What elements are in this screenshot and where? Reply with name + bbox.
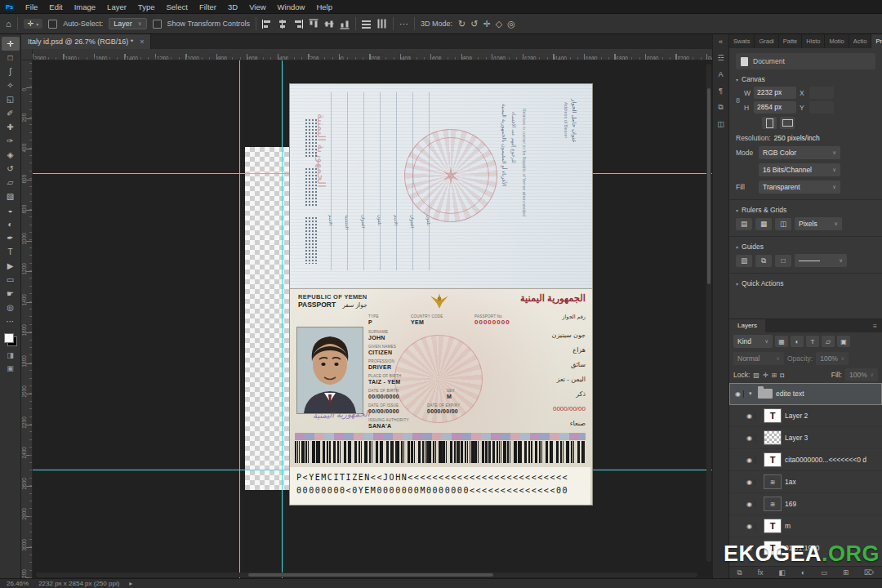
filter-kind-dropdown[interactable]: Kind ∨ [733, 335, 773, 348]
layer-visibility-toggle[interactable]: ◉ [744, 479, 755, 486]
align-left-icon[interactable] [262, 20, 272, 29]
guide-style-dropdown[interactable]: ∨ [795, 254, 847, 267]
layer-effects-icon[interactable]: fx [758, 568, 764, 577]
guides-section-header[interactable]: ▾ Guides [736, 243, 875, 251]
group-expander-icon[interactable]: ▾ [749, 390, 755, 397]
menu-item[interactable]: View [243, 1, 271, 13]
layer-row[interactable]: ◉ T cita0000000...<<<<<<<0 d [729, 449, 882, 471]
gradient-tool[interactable]: ▨ [2, 189, 20, 203]
mode-icon[interactable]: ✛ [483, 19, 491, 29]
home-icon[interactable]: ⌂ [6, 19, 11, 29]
clone-source-panel-icon[interactable]: ⧉ [718, 103, 723, 112]
layer-name[interactable]: m [785, 522, 791, 530]
more-options-icon[interactable]: ⋯ [399, 19, 408, 29]
mode-icon[interactable]: ↺ [470, 19, 478, 29]
blur-tool[interactable]: ◒ [2, 203, 20, 217]
layer-row[interactable]: ◉ ≋ 169 [729, 493, 882, 515]
guide-toggle-icon[interactable]: ⧉ [755, 255, 772, 267]
layer-name[interactable]: Layer 3 [785, 434, 808, 442]
panel-tab[interactable]: Motio [825, 34, 849, 48]
panel-tab[interactable]: Patte [779, 34, 803, 48]
color-mode-dropdown[interactable]: RGB Color ∨ [759, 146, 840, 159]
lock-icon[interactable]: ✛ [763, 372, 768, 379]
align-top-icon[interactable] [310, 19, 318, 29]
menu-item[interactable]: Image [69, 1, 101, 13]
menu-item[interactable]: Help [310, 1, 338, 13]
panel-tab[interactable]: Histo [802, 34, 825, 48]
bit-depth-dropdown[interactable]: 16 Bits/Channel ∨ [759, 163, 840, 176]
align-middle-icon[interactable] [325, 19, 334, 29]
show-transform-checkbox[interactable] [153, 20, 162, 29]
history-brush-tool[interactable]: ↺ [2, 162, 20, 176]
layer-row[interactable]: ◉ T Layer 2 [729, 405, 882, 427]
menu-item[interactable]: Filter [194, 1, 222, 13]
foreground-color-swatch[interactable] [4, 333, 14, 343]
layer-mask-icon[interactable]: ◧ [779, 568, 786, 577]
layer-visibility-toggle[interactable]: ◉ [733, 390, 744, 398]
ruler-grid-toggle-icon[interactable]: ▦ [755, 218, 772, 230]
link-dimensions-icon[interactable]: 8 [736, 96, 740, 105]
layer-name[interactable]: Layer 2 [785, 412, 808, 420]
blend-mode-dropdown[interactable]: Normal ∨ [733, 352, 784, 365]
layer-visibility-toggle[interactable]: ◉ [744, 457, 755, 464]
zoom-level[interactable]: 26.46% [7, 580, 29, 587]
x-input[interactable] [809, 87, 834, 99]
passport-document[interactable]: الجمهورية اليمنية الاسم الجنسية العنوان [290, 84, 592, 505]
menu-item[interactable]: Select [160, 1, 193, 13]
pen-tool[interactable]: ✒ [2, 231, 20, 245]
fill-input[interactable]: 100% ∨ [845, 368, 878, 381]
rectangle-tool[interactable]: ▭ [2, 273, 20, 287]
layer-filter-icon[interactable]: T [806, 336, 819, 347]
rulers-grids-section-header[interactable]: ▾ Rulers & Grids [736, 206, 875, 214]
crop-tool[interactable]: ◱ [2, 92, 20, 106]
lock-icon[interactable]: ◘ [780, 372, 784, 379]
panel-tab[interactable]: Swats [729, 34, 755, 48]
vertical-guide[interactable] [282, 60, 283, 578]
panel-tab[interactable]: Properties [871, 34, 882, 48]
layer-row[interactable]: ◉ Layer 3 [729, 427, 882, 449]
move-tool[interactable]: ✛ [2, 37, 20, 51]
ruler-grid-toggle-icon[interactable]: ▤ [736, 218, 752, 230]
hand-tool[interactable]: ☛ [2, 287, 20, 301]
quick-mask-icon[interactable]: ◨ [7, 351, 14, 359]
layer-visibility-toggle[interactable]: ◉ [744, 434, 755, 442]
lock-icon[interactable]: ⊞ [772, 372, 777, 379]
mode-icon[interactable]: ◎ [507, 19, 515, 29]
mode-icon[interactable]: ◇ [496, 19, 502, 29]
layer-visibility-toggle[interactable]: ◉ [744, 523, 755, 530]
status-arrow-icon[interactable]: ▸ [129, 580, 132, 587]
y-input[interactable] [809, 101, 834, 114]
panel-tab[interactable]: Actio [849, 34, 872, 48]
libraries-panel-icon[interactable]: ◫ [717, 120, 724, 128]
layer-filter-icon[interactable]: ▣ [837, 336, 850, 347]
layer-visibility-toggle[interactable]: ◉ [744, 501, 755, 508]
mode-icon[interactable]: ↻ [458, 19, 466, 29]
adjustment-layer-icon[interactable]: ◐ [801, 568, 805, 577]
canvas-fill-dropdown[interactable]: Transparent ∨ [759, 180, 840, 194]
dodge-tool[interactable]: ◐ [2, 217, 20, 231]
delete-layer-icon[interactable]: ⌦ [864, 568, 874, 577]
guide-toggle-icon[interactable]: □ [775, 255, 791, 267]
vertical-ruler[interactable]: 0200400600800100012001400160018002000220… [21, 60, 33, 578]
guide-toggle-icon[interactable]: ▥ [736, 255, 752, 267]
screen-mode-icon[interactable]: ▣ [7, 364, 14, 372]
layer-row[interactable]: ◉ ▾ edite text [729, 383, 882, 405]
layer-name[interactable]: 169 [785, 500, 796, 508]
layer-row[interactable]: ◉ T m [729, 515, 882, 537]
layer-filter-icon[interactable]: ▦ [775, 336, 788, 347]
eyedropper-tool[interactable]: ✐ [2, 106, 20, 120]
units-dropdown[interactable]: Pixels ∨ [795, 217, 842, 230]
height-input[interactable]: 2854 px [754, 101, 796, 114]
layer-filter-icon[interactable]: ◐ [791, 336, 804, 347]
align-right-icon[interactable] [293, 20, 303, 29]
clone-stamp-tool[interactable]: ◈ [2, 148, 20, 162]
ruler-grid-toggle-icon[interactable]: ◫ [775, 218, 791, 230]
lock-icon[interactable]: ▨ [753, 372, 760, 379]
current-tool-button[interactable]: ✛ ▾ [24, 19, 43, 29]
collapse-panels-icon[interactable]: « [719, 38, 723, 46]
type-tool[interactable]: T [2, 245, 20, 259]
distribute-horizontal-icon[interactable] [362, 20, 372, 29]
width-input[interactable]: 2232 px [754, 87, 796, 99]
canvas-section-header[interactable]: ▾ Canvas [736, 75, 875, 83]
tab-layers[interactable]: Layers [729, 319, 765, 332]
